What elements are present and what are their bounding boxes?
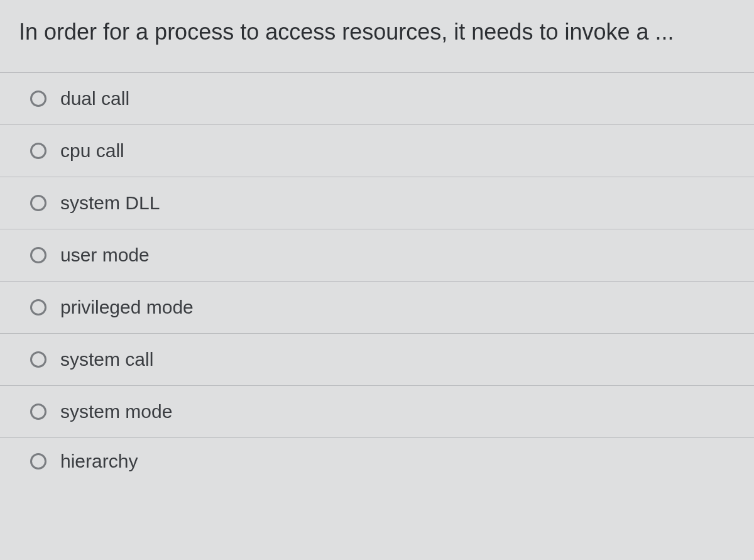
radio-icon bbox=[30, 91, 46, 107]
option-cpu-call[interactable]: cpu call bbox=[0, 124, 754, 177]
option-label: user mode bbox=[60, 246, 150, 265]
option-system-call[interactable]: system call bbox=[0, 333, 754, 385]
radio-icon bbox=[30, 453, 46, 469]
radio-icon bbox=[30, 404, 46, 420]
question-text: In order for a process to access resourc… bbox=[0, 0, 754, 72]
option-label: system call bbox=[60, 350, 153, 369]
option-label: hierarchy bbox=[60, 452, 138, 471]
option-dual-call[interactable]: dual call bbox=[0, 72, 754, 124]
radio-icon bbox=[30, 351, 46, 368]
option-label: privileged mode bbox=[60, 298, 194, 317]
option-label: system mode bbox=[60, 402, 172, 421]
option-hierarchy[interactable]: hierarchy bbox=[0, 437, 754, 482]
option-label: dual call bbox=[60, 89, 129, 108]
option-system-mode[interactable]: system mode bbox=[0, 385, 754, 437]
options-list: dual call cpu call system DLL user mode … bbox=[0, 72, 754, 482]
question-container: In order for a process to access resourc… bbox=[0, 0, 754, 560]
radio-icon bbox=[30, 299, 46, 316]
radio-icon bbox=[30, 143, 46, 159]
radio-icon bbox=[30, 195, 46, 211]
option-label: system DLL bbox=[60, 194, 160, 212]
option-privileged-mode[interactable]: privileged mode bbox=[0, 281, 754, 333]
option-system-dll[interactable]: system DLL bbox=[0, 177, 754, 229]
radio-icon bbox=[30, 247, 46, 263]
option-user-mode[interactable]: user mode bbox=[0, 229, 754, 281]
option-label: cpu call bbox=[60, 141, 124, 160]
